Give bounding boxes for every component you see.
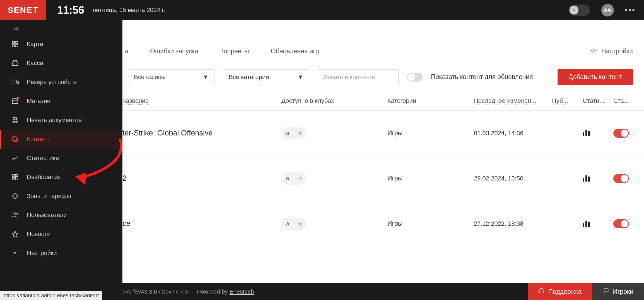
footer-powered-link[interactable]: Enestech [230, 288, 254, 295]
sidebar-label: Печать документов [27, 116, 82, 124]
table-row[interactable]: ter-Strike: Global Offensive a Игры 01.0… [122, 111, 644, 156]
sidebar-item-stats[interactable]: Статистика [0, 149, 122, 168]
tab-updates[interactable]: Обновления игр [270, 45, 320, 57]
club-gear-icon[interactable] [294, 127, 306, 139]
col-name[interactable]: название [122, 97, 281, 104]
clock-time: 11:56 [57, 4, 84, 16]
svg-point-18 [16, 213, 17, 215]
table-row[interactable]: 2 a Игры 29.02.2024, 15:50 [122, 156, 644, 201]
svg-rect-1 [16, 41, 18, 44]
sidebar-label: Магазин [27, 97, 50, 105]
sidebar-item-settings[interactable]: Настройки [0, 244, 122, 263]
theme-toggle[interactable]: ✳ [568, 4, 590, 16]
chat-icon [603, 288, 609, 296]
categories-select[interactable]: Все категории ▼ [223, 69, 309, 85]
sidebar-label: Пользователи [27, 211, 67, 219]
sidebar-item-news[interactable]: Новости [0, 225, 122, 244]
svg-point-25 [299, 223, 301, 224]
row-name: 2 [122, 174, 281, 183]
club-chip[interactable]: a [281, 218, 294, 230]
sidebar-collapse[interactable]: ≪ [0, 23, 122, 35]
enable-toggle[interactable] [613, 174, 629, 183]
sidebar: ≪ Карта Касса Резерв устройств Магазин П… [0, 20, 122, 300]
row-updated: 29.02.2024, 15:50 [474, 175, 552, 182]
sidebar-item-shop[interactable]: Магазин [0, 92, 122, 111]
club-chip[interactable]: a [281, 172, 294, 185]
show-updates-toggle[interactable] [407, 73, 423, 82]
svg-rect-15 [15, 177, 18, 180]
caret-down-icon: ▼ [202, 73, 209, 81]
table-row[interactable]: ce a Игры 27.12.2022, 18:38 [122, 201, 644, 246]
row-category: Игры [387, 175, 474, 182]
svg-rect-26 [539, 291, 540, 293]
svg-point-23 [299, 132, 301, 134]
col-pub[interactable]: Пуб... [552, 97, 583, 104]
logo[interactable]: SENET [0, 0, 46, 20]
svg-rect-27 [543, 291, 544, 293]
row-stats[interactable] [583, 221, 613, 227]
sidebar-label: Резерв устройств [27, 78, 77, 86]
tab-hidden-partial[interactable]: а [124, 45, 129, 57]
row-stats[interactable] [583, 130, 613, 136]
row-state [613, 219, 636, 228]
sidebar-item-reserve[interactable]: Резерв устройств [0, 73, 122, 92]
support-label: Поддержка [548, 288, 582, 296]
col-updated[interactable]: Последнее изменен... [474, 97, 552, 104]
users-icon [11, 211, 19, 219]
sidebar-label: Статистика [27, 154, 59, 162]
more-icon[interactable]: ••• [625, 6, 636, 15]
sidebar-label: Зоны и тарифы [27, 192, 71, 200]
sidebar-item-map[interactable]: Карта [0, 35, 122, 54]
topbar: SENET 11:56 пятница, 15 марта 2024 г. ✳ … [0, 0, 644, 20]
sun-icon: ✳ [570, 6, 578, 15]
col-clubs: Доступно в клубах [281, 97, 387, 104]
enable-toggle[interactable] [613, 129, 629, 138]
cashier-icon [11, 59, 19, 67]
sidebar-item-zones[interactable]: Зоны и тарифы [0, 187, 122, 206]
enable-toggle[interactable] [613, 219, 629, 228]
row-stats[interactable] [583, 175, 613, 182]
row-name: ter-Strike: Global Offensive [122, 129, 281, 137]
settings-link[interactable]: Настройки [591, 47, 633, 56]
chevron-left-icon: ≪ [13, 25, 19, 32]
support-button[interactable]: Поддержка [528, 283, 592, 300]
sidebar-item-users[interactable]: Пользователи [0, 206, 122, 225]
row-updated: 01.03.2024, 14:36 [474, 130, 552, 137]
svg-point-17 [13, 213, 15, 215]
sidebar-label: Касса [27, 59, 43, 67]
svg-rect-14 [15, 174, 18, 176]
avatar[interactable]: AA [601, 4, 614, 16]
row-state [613, 129, 636, 138]
footer-version: Версия: fev43.3.0 / bev77.7.0 — Powered … [110, 288, 228, 295]
grid-icon [11, 40, 19, 48]
star-icon [11, 230, 19, 238]
svg-rect-0 [12, 41, 15, 44]
sidebar-item-dashboards[interactable]: Dashboards [0, 168, 122, 187]
sidebar-item-cashier[interactable]: Касса [0, 54, 122, 73]
sidebar-item-print[interactable]: Печать документов [0, 111, 122, 130]
col-category: Категории [387, 97, 474, 104]
sidebar-item-content[interactable]: Контент [0, 130, 122, 149]
show-updates-label: Показать контент для обновления [431, 73, 533, 81]
svg-rect-16 [12, 177, 15, 180]
tab-errors[interactable]: Ошибки запуска [149, 45, 200, 57]
filters-row: Все офисы ▼ Все категории ▼ Показать кон… [122, 63, 644, 91]
settings-label: Настройки [601, 47, 633, 55]
club-chip[interactable]: a [281, 127, 294, 139]
tab-torrents[interactable]: Торренты [219, 45, 250, 57]
search-input[interactable] [318, 69, 399, 85]
svg-rect-3 [16, 45, 18, 47]
bars-icon [583, 221, 590, 227]
club-gear-icon[interactable] [294, 218, 306, 230]
row-updated: 27.12.2022, 18:38 [474, 220, 552, 227]
club-gear-icon[interactable] [294, 172, 306, 185]
col-sta: Ста... [613, 97, 636, 104]
activity-icon [11, 154, 19, 162]
players-button[interactable]: Игроки [592, 283, 644, 300]
caret-down-icon: ▼ [297, 73, 303, 81]
svg-rect-9 [14, 117, 17, 119]
headset-icon [538, 288, 544, 296]
add-content-button[interactable]: Добавить контент [558, 69, 633, 85]
offices-select[interactable]: Все офисы ▼ [128, 69, 214, 85]
sidebar-label: Новости [27, 230, 50, 238]
